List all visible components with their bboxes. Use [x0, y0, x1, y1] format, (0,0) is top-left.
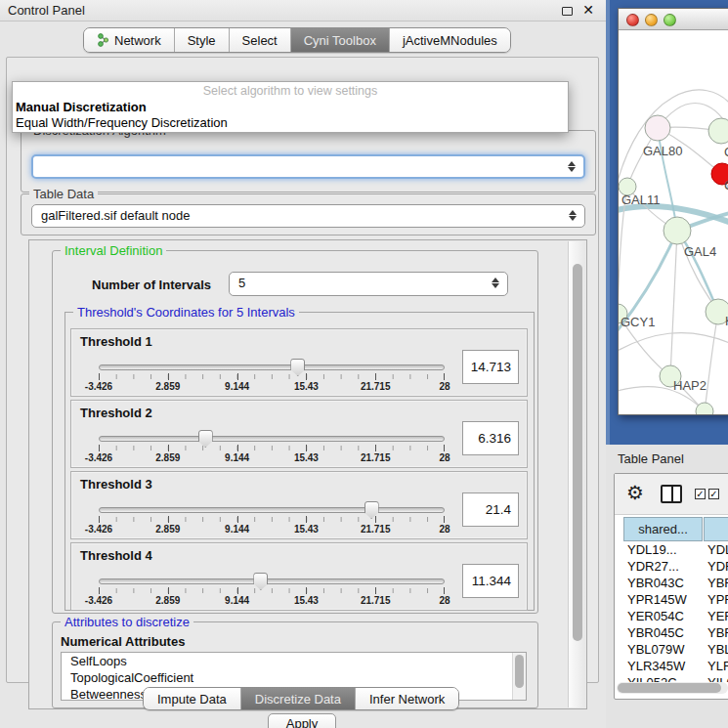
- interval-definition-group: Interval Definition Number of Intervals …: [52, 250, 538, 614]
- column-header-name[interactable]: n: [704, 517, 728, 541]
- slider-major-tick: [375, 587, 376, 594]
- threshold-slider[interactable]: -3.4262.8599.14415.4321.71528: [99, 578, 445, 602]
- node-label-gcy1: GCY1: [621, 315, 655, 329]
- list-scrollbar[interactable]: [512, 653, 526, 700]
- cell-name[interactable]: YBR0: [707, 576, 728, 590]
- network-edge[interactable]: [670, 231, 677, 376]
- close-traffic-light-icon[interactable]: [626, 14, 639, 26]
- network-view-window[interactable]: GAL80GACGAL11GAL4GCY1HHAP2: [618, 8, 728, 415]
- threshold-slider[interactable]: -3.4262.8599.14415.4321.71528: [99, 436, 445, 459]
- gal4-node[interactable]: [664, 217, 691, 244]
- slider-track[interactable]: [99, 507, 445, 513]
- network-window-titlebar[interactable]: [619, 9, 728, 30]
- threshold-slider[interactable]: -3.4262.8599.14415.4321.71528: [99, 507, 445, 531]
- tab-impute-data[interactable]: Impute Data: [144, 688, 241, 709]
- cell-name[interactable]: YPR1: [707, 592, 728, 607]
- threshold-value-field[interactable]: 11.344: [462, 564, 519, 598]
- cell-name[interactable]: YDL1: [707, 542, 728, 557]
- threshold-value-field[interactable]: 21.4: [462, 492, 519, 527]
- slider-track[interactable]: [99, 364, 445, 370]
- cell-shared-name[interactable]: YER054C: [627, 609, 684, 623]
- cell-shared-name[interactable]: YBR045C: [627, 625, 684, 640]
- cell-shared-name[interactable]: YDL19...: [627, 542, 677, 557]
- network-edge[interactable]: [705, 312, 718, 411]
- number-of-intervals-combobox[interactable]: 5: [229, 272, 508, 296]
- table-row[interactable]: YIL052CYIL0: [615, 675, 728, 682]
- cell-shared-name[interactable]: YLR345W: [627, 659, 685, 673]
- scrollbar-thumb[interactable]: [573, 264, 582, 641]
- control-panel: Control Panel ✕ Network Style Select Cyn…: [0, 0, 606, 728]
- dropdown-option-manual-discretization[interactable]: Manual Discretization: [16, 100, 147, 114]
- cell-shared-name[interactable]: YIL052C: [627, 675, 677, 682]
- slider-major-tick: [306, 445, 307, 451]
- cell-shared-name[interactable]: YBL079W: [627, 642, 685, 657]
- tab-style[interactable]: Style: [175, 28, 230, 52]
- cell-name[interactable]: YBR0: [707, 625, 728, 640]
- table-row[interactable]: YDL19...YDL1: [615, 542, 728, 559]
- table-row[interactable]: YDR27...YDR2: [615, 559, 728, 576]
- slider-track[interactable]: [99, 436, 445, 442]
- tab-cyni-toolbox[interactable]: Cyni Toolbox: [291, 28, 390, 52]
- close-icon[interactable]: ✕: [582, 2, 594, 18]
- attribute-list-item[interactable]: SelfLoops: [62, 653, 526, 669]
- tab-network[interactable]: Network: [84, 28, 175, 52]
- table-row[interactable]: YBL079WYBL0: [615, 642, 728, 659]
- tab-label: Discretize Data: [255, 692, 341, 707]
- minimize-traffic-light-icon[interactable]: [645, 14, 658, 26]
- column-header-shared-name[interactable]: shared...: [623, 517, 703, 541]
- table-row[interactable]: YER054CYER0: [615, 609, 728, 625]
- tab-label: Cyni Toolbox: [304, 33, 376, 48]
- checkbox-icon[interactable]: ✓: [695, 489, 706, 499]
- slider-tick-label: 2.859: [155, 381, 180, 392]
- panel-scrollbar[interactable]: [568, 241, 585, 707]
- table-row[interactable]: YLR345WYLR3: [615, 659, 728, 675]
- threshold-slider[interactable]: -3.4262.8599.14415.4321.71528: [99, 364, 445, 388]
- network-canvas[interactable]: GAL80GACGAL11GAL4GCY1HHAP2: [619, 30, 728, 414]
- table-row[interactable]: YPR145WYPR1: [615, 592, 728, 609]
- threshold-value-field[interactable]: 6.316: [462, 421, 519, 455]
- slider-major-tick: [444, 516, 445, 523]
- scrollbar-thumb[interactable]: [515, 655, 524, 688]
- slider-track[interactable]: [99, 578, 445, 584]
- cell-name[interactable]: YDR2: [707, 559, 728, 574]
- cell-name[interactable]: YLR3: [707, 659, 728, 673]
- scrollbar-thumb[interactable]: [618, 683, 721, 693]
- cell-shared-name[interactable]: YBR043C: [627, 576, 684, 590]
- dropdown-option-equal-width-frequency[interactable]: Equal Width/Frequency Discretization: [16, 115, 228, 130]
- tab-jactivemnodules[interactable]: jActiveMNodules: [390, 28, 510, 52]
- apply-button[interactable]: Apply: [268, 713, 336, 728]
- group-title: Table Data: [29, 187, 98, 201]
- columns-icon[interactable]: [661, 485, 682, 503]
- attribute-list-item[interactable]: TopologicalCoefficient: [62, 669, 526, 686]
- tab-select[interactable]: Select: [230, 28, 291, 52]
- slider-major-tick: [168, 587, 169, 594]
- cell-shared-name[interactable]: YDR27...: [627, 559, 679, 574]
- algorithm-combobox[interactable]: [31, 154, 585, 179]
- threshold-value-field[interactable]: 14.713: [462, 350, 519, 384]
- node-label-gal11: GAL11: [621, 193, 661, 207]
- node-label-c: C: [724, 178, 728, 193]
- algorithm-dropdown-popup: Select algorithm to view settings Manual…: [12, 81, 569, 133]
- float-window-icon[interactable]: [562, 7, 573, 16]
- threshold-box: Threshold 4 -3.4262.8599.14415.4321.7152…: [70, 542, 528, 611]
- checkbox-icon[interactable]: ✓: [708, 489, 719, 499]
- tab-discretize-data[interactable]: Discretize Data: [241, 688, 356, 709]
- table-row[interactable]: YBR043CYBR0: [615, 576, 728, 592]
- table-row[interactable]: YBR045CYBR0: [615, 625, 728, 642]
- slider-tick-label: 15.43: [294, 524, 319, 535]
- network-edge[interactable]: [619, 333, 728, 353]
- discretization-algorithm-group: Discretization Algorithm: [21, 130, 596, 193]
- pink-node[interactable]: [645, 115, 670, 141]
- table-hscrollbar[interactable]: [617, 682, 728, 694]
- top-right-node[interactable]: [708, 118, 728, 144]
- cell-name[interactable]: YER0: [707, 609, 728, 623]
- slider-major-tick: [444, 373, 445, 380]
- cell-name[interactable]: YIL0: [707, 675, 728, 682]
- tab-infer-network[interactable]: Infer Network: [356, 688, 458, 709]
- zoom-traffic-light-icon[interactable]: [664, 14, 676, 26]
- gear-icon[interactable]: ⚙: [626, 481, 644, 504]
- node-table: ⚙ ✓ ✓ shared... n YDL19...YDL1YDR27...YD…: [614, 473, 728, 700]
- table-data-combobox[interactable]: galFiltered.sif default node: [31, 204, 585, 228]
- cell-name[interactable]: YBL0: [707, 642, 728, 657]
- cell-shared-name[interactable]: YPR145W: [627, 592, 687, 607]
